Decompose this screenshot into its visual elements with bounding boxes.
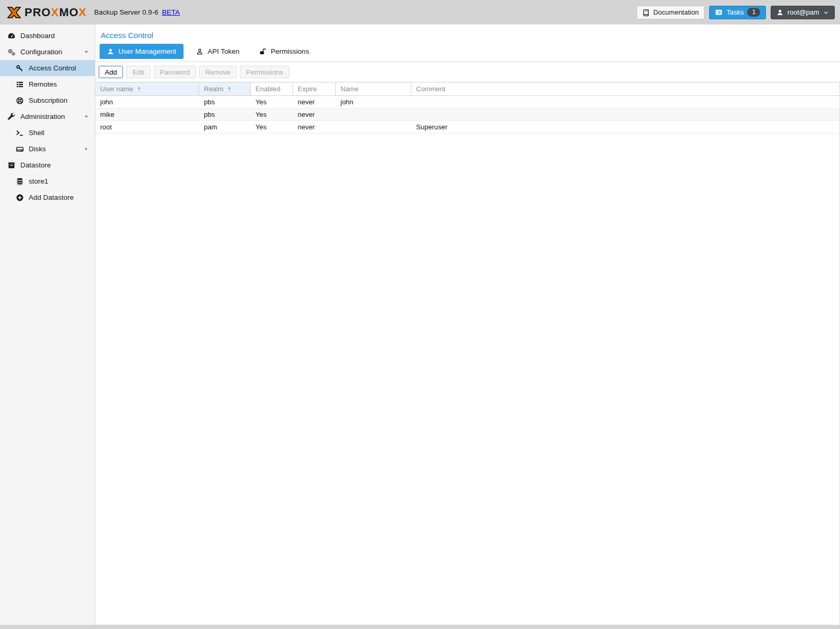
cell-realm: pbs: [199, 111, 251, 118]
cell-user-name: mike: [95, 111, 199, 118]
tab-label: Permissions: [271, 47, 309, 55]
users-table: User name Realm Enabled Expire: [95, 82, 840, 625]
page-title: Access Control: [95, 25, 840, 41]
tab-api-token[interactable]: API Token: [189, 44, 247, 59]
permissions-button[interactable]: Permissions: [240, 66, 289, 78]
documentation-label: Documentation: [653, 8, 699, 16]
list-icon: [15, 80, 24, 89]
column-header-comment[interactable]: Comment: [411, 82, 839, 95]
dashboard-icon: [7, 32, 16, 40]
top-header-bar: PROXMOX Backup Server 0.9-6 BETA Documen…: [0, 0, 840, 25]
sidebar-item-administration[interactable]: Administration: [0, 108, 95, 125]
sidebar-item-add-datastore[interactable]: Add Datastore: [0, 189, 95, 205]
tab-permissions[interactable]: Permissions: [252, 44, 316, 59]
tasks-list-icon: [715, 8, 723, 16]
user-outline-icon: [196, 48, 203, 55]
tab-label: User Management: [118, 47, 176, 55]
column-header-realm[interactable]: Realm: [199, 82, 251, 95]
cell-enabled: Yes: [251, 98, 293, 106]
cell-expire: never: [293, 123, 336, 131]
sidebar-item-label: Remotes: [29, 80, 57, 88]
sidebar-item-remotes[interactable]: Remotes: [0, 76, 95, 92]
table-row-mike[interactable]: mike pbs Yes never: [95, 108, 839, 121]
sort-up-icon: [136, 86, 142, 92]
user-label: root@pam: [787, 8, 819, 16]
tab-user-management[interactable]: User Management: [100, 44, 184, 59]
column-label: Name: [340, 85, 359, 93]
column-header-enabled[interactable]: Enabled: [251, 82, 293, 95]
tab-strip: User Management API Token Permissions: [95, 41, 840, 62]
sidebar-item-label: Datastore: [20, 161, 51, 169]
column-header-user-name[interactable]: User name: [95, 82, 199, 95]
sidebar-item-datastore[interactable]: Datastore: [0, 157, 95, 173]
cell-user-name: john: [95, 98, 199, 106]
expand-right-icon[interactable]: [83, 146, 95, 152]
user-icon: [107, 48, 114, 55]
column-label: Enabled: [255, 85, 281, 93]
cell-user-name: root: [95, 123, 199, 131]
proxmox-x-mark-icon: [5, 4, 23, 21]
hdd-icon: [15, 145, 24, 153]
key-icon: [15, 64, 24, 72]
tasks-button[interactable]: Tasks 1: [709, 6, 766, 19]
sidebar-item-configuration[interactable]: Configuration: [0, 44, 95, 60]
add-button[interactable]: Add: [99, 66, 123, 78]
remove-button[interactable]: Remove: [199, 66, 237, 78]
sidebar-item-access-control[interactable]: Access Control: [0, 60, 95, 76]
plus-circle-icon: [15, 193, 24, 202]
tasks-count-badge: 1: [747, 8, 760, 17]
password-button[interactable]: Password: [154, 66, 196, 78]
archive-icon: [7, 161, 16, 170]
cell-expire: never: [293, 98, 336, 106]
column-header-expire[interactable]: Expire: [293, 82, 336, 95]
table-header-row: User name Realm Enabled Expire: [95, 82, 839, 96]
sidebar: Dashboard Configuration Access Control R…: [0, 25, 95, 625]
sidebar-item-label: Shell: [29, 129, 44, 137]
life-ring-icon: [15, 96, 24, 105]
cell-realm: pam: [199, 123, 251, 131]
sidebar-item-subscription[interactable]: Subscription: [0, 92, 95, 108]
wrench-icon: [7, 113, 16, 121]
edit-button[interactable]: Edit: [126, 66, 150, 78]
column-header-name[interactable]: Name: [336, 82, 411, 95]
cogs-icon: [7, 48, 16, 56]
main-panel: Access Control User Management API Token…: [95, 25, 840, 625]
user-menu-button[interactable]: root@pam: [771, 6, 835, 19]
bottom-bar: [0, 625, 840, 629]
beta-link[interactable]: BETA: [162, 8, 180, 16]
terminal-icon: [15, 129, 24, 137]
expand-down-icon[interactable]: [83, 49, 95, 55]
sidebar-item-store1[interactable]: store1: [0, 173, 95, 189]
table-row-root[interactable]: root pam Yes never Superuser: [95, 121, 839, 134]
expand-down-icon[interactable]: [83, 114, 95, 119]
sidebar-item-label: Configuration: [20, 48, 62, 56]
sidebar-item-label: Subscription: [29, 96, 67, 104]
proxmox-logo: PROXMOX: [5, 4, 87, 21]
user-icon: [776, 9, 784, 16]
sidebar-item-label: Disks: [29, 145, 46, 153]
cell-comment: Superuser: [411, 123, 839, 131]
sidebar-item-label: Dashboard: [20, 32, 55, 40]
chevron-down-icon: [823, 9, 829, 16]
sidebar-item-shell[interactable]: Shell: [0, 125, 95, 141]
grid-toolbar: Add Edit Password Remove Permissions: [95, 62, 840, 82]
sidebar-item-label: Administration: [20, 113, 65, 120]
cell-enabled: Yes: [251, 111, 293, 118]
sort-up-icon: [226, 86, 233, 92]
sidebar-item-label: Access Control: [29, 64, 76, 72]
documentation-button[interactable]: Documentation: [637, 6, 704, 19]
table-row-john[interactable]: john pbs Yes never john: [95, 96, 839, 108]
cell-name: john: [336, 98, 411, 106]
product-version-label: Backup Server 0.9-6: [94, 8, 159, 16]
unlock-icon: [259, 48, 266, 55]
cell-enabled: Yes: [251, 123, 293, 131]
tab-label: API Token: [208, 47, 239, 55]
column-label: Comment: [416, 85, 445, 93]
sidebar-item-disks[interactable]: Disks: [0, 141, 95, 157]
column-label: Realm: [204, 85, 224, 93]
database-icon: [15, 177, 24, 186]
sidebar-item-dashboard[interactable]: Dashboard: [0, 28, 95, 44]
table-body: john pbs Yes never john mike pbs Yes nev…: [95, 96, 839, 134]
sidebar-item-label: Add Datastore: [29, 193, 74, 201]
tasks-label: Tasks: [726, 8, 744, 16]
